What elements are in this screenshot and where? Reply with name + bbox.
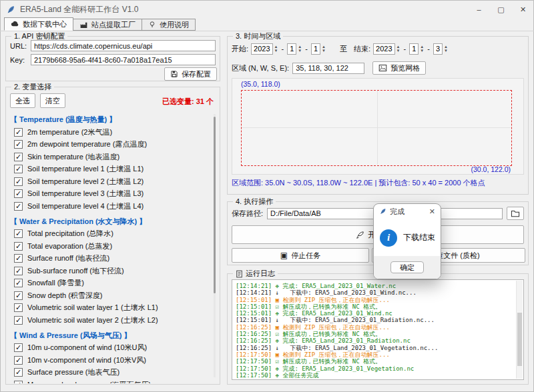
key-input[interactable] — [31, 54, 216, 65]
checkbox[interactable]: ✓ — [14, 128, 23, 137]
checkbox[interactable]: ✓ — [14, 153, 23, 161]
variable-group-header: 【 Water & Precipitation (水文与降水) 】 — [10, 215, 209, 228]
checkbox[interactable]: ✓ — [14, 140, 23, 149]
log-line: [12:16:25] ❉ 完成: ERA5_Land_2023_01_Radia… — [236, 337, 520, 344]
variable-checkbox-row[interactable]: ✓ 10m v-component of wind (10米V风) — [10, 354, 209, 367]
date-spinbox[interactable]: 1 ▲ ▼ — [311, 43, 326, 55]
spinbox-value[interactable]: 2023 — [251, 43, 272, 55]
log-scrollbar-track[interactable] — [516, 281, 523, 379]
variable-scrollbar-thumb[interactable] — [214, 117, 216, 293]
checkbox[interactable]: ✓ — [14, 177, 23, 186]
checkbox[interactable]: ✓ — [14, 254, 23, 263]
variable-group-header: 【 Temperature (温度与热量) 】 — [10, 113, 209, 126]
spin-down-icon[interactable]: ▼ — [298, 49, 302, 53]
variable-checkbox-row[interactable]: ✓ Surface runoff (地表径流) — [10, 253, 209, 265]
variable-checkbox-row[interactable]: ✓ Skin temperature (地表温度) — [10, 151, 209, 163]
variable-checkbox-row[interactable]: ✓ Surface pressure (地表气压) — [10, 367, 209, 379]
time-region-section: 3. 时间与区域 开始: 2023 ▲ ▼ - 1 ▲ ▼ - 1 ▲ ▼ 至 … — [227, 36, 529, 195]
map-top-left-coordinate: (35.0, 118.0) — [241, 80, 280, 88]
checkbox[interactable]: ✓ — [14, 202, 23, 211]
variable-checkbox-row[interactable]: ✓ 10m u-component of wind (10米U风) — [10, 342, 209, 355]
checkbox[interactable]: ✓ — [14, 267, 23, 275]
variable-label: 2m dewpoint temperature (露点温度) — [27, 139, 147, 149]
stop-icon: ▣ — [280, 251, 288, 259]
variable-label: 10m v-component of wind (10米V风) — [27, 355, 146, 365]
log-title: 运行日志 — [246, 269, 275, 279]
spinbox-value[interactable]: 1 — [311, 43, 320, 55]
save-path-label: 保存路径: — [232, 209, 263, 219]
browse-folder-button[interactable] — [507, 207, 524, 220]
variable-checkbox-row[interactable]: ✓ 2m dewpoint temperature (露点温度) — [10, 139, 209, 151]
variable-checkbox-row[interactable]: ✓ Snow depth (积雪深度) — [10, 289, 209, 302]
variable-checkbox-row[interactable]: ✓ Soil temperature level 3 (土壤温 L3) — [10, 188, 209, 201]
checkbox[interactable]: ✓ — [14, 303, 23, 312]
region-input[interactable] — [292, 63, 364, 74]
spin-down-icon[interactable]: ▼ — [396, 49, 400, 53]
select-all-button[interactable]: 全选 — [10, 93, 35, 108]
variable-checkbox-row[interactable]: ✓ Soil temperature level 1 (土壤温 L1) — [10, 163, 209, 176]
stop-task-button[interactable]: ▣ 停止任务 — [232, 248, 369, 263]
checkbox[interactable]: ✓ — [14, 165, 23, 173]
spinbox-value[interactable]: 3 — [433, 43, 443, 55]
date-spinbox[interactable]: 3 ▲ ▼ — [433, 43, 448, 55]
spin-down-icon[interactable]: ▼ — [444, 49, 448, 53]
date-spinbox[interactable]: 1 ▲ ▼ — [409, 43, 424, 55]
variable-checkbox-row[interactable]: ✓ Total precipitation (总降水) — [10, 228, 209, 241]
checkbox[interactable]: ✓ — [14, 381, 23, 383]
checkbox[interactable]: ✓ — [14, 291, 23, 300]
spin-down-icon[interactable]: ▼ — [322, 49, 326, 53]
date-spinbox[interactable]: 2023 ▲ ▼ — [251, 43, 278, 55]
variable-label: Volumetric soil water layer 2 (土壤水 L2) — [27, 315, 158, 325]
spinbox-value[interactable]: 1 — [287, 43, 296, 55]
date-spinbox[interactable]: 2023 ▲ ▼ — [373, 43, 400, 55]
minimize-button[interactable]: – — [468, 0, 490, 19]
checkbox[interactable]: ✓ — [14, 279, 23, 287]
spinbox-arrows: ▲ ▼ — [322, 45, 326, 53]
lightbulb-icon — [148, 21, 156, 29]
date-separator: - — [305, 45, 308, 53]
save-config-button[interactable]: 保存配置 — [164, 67, 217, 81]
date-spinbox[interactable]: 1 ▲ ▼ — [287, 43, 302, 55]
log-line: [12:16:25] ↓ 下载中: ERA5_Land_2023_01_Vege… — [236, 345, 520, 351]
dialog-footer: 确定 — [374, 256, 441, 279]
section-title: 3. 时间与区域 — [233, 31, 283, 41]
variable-checkbox-row[interactable]: ✓ Volumetric soil water layer 2 (土壤水 L2) — [10, 314, 209, 327]
variable-checkbox-row[interactable]: ✓ Soil temperature level 4 (土壤温 L4) — [10, 200, 209, 213]
app-window: ERA5-Land 全能科研工作台 V1.0 – ▢ ✕ 数据下载中心 站点提取… — [0, 0, 534, 392]
cloud-download-icon — [11, 20, 19, 28]
tab-data-download-center[interactable]: 数据下载中心 — [4, 17, 73, 31]
url-input[interactable] — [31, 40, 216, 51]
checkbox[interactable]: ✓ — [14, 229, 23, 238]
tab-label: 数据下载中心 — [23, 19, 67, 29]
log-output: [12:14:21] ❉ 完成: ERA5_Land_2023_01_Water… — [232, 279, 524, 380]
clear-button[interactable]: 清空 — [40, 93, 65, 108]
spinbox-value[interactable]: 2023 — [373, 43, 394, 55]
tab-help[interactable]: 使用说明 — [142, 19, 196, 31]
dialog-close-icon[interactable]: ✕ — [429, 207, 435, 216]
preview-grid-button[interactable]: 预览网格 — [372, 61, 426, 75]
log-scrollbar-thumb[interactable] — [517, 313, 522, 366]
variable-checkbox-row[interactable]: ✓ Soil temperature level 2 (土壤温 L2) — [10, 175, 209, 188]
checkbox[interactable]: ✓ — [14, 316, 23, 325]
variable-checkbox-row[interactable]: ✓ Volumetric soil water layer 1 (土壤水 L1) — [10, 302, 209, 315]
dialog-ok-button[interactable]: 确定 — [390, 261, 424, 273]
variable-checkbox-row[interactable]: ✓ Total evaporation (总蒸发) — [10, 240, 209, 253]
maximize-button[interactable]: ▢ — [490, 0, 512, 19]
checkbox[interactable]: ✓ — [14, 356, 23, 365]
checkbox[interactable]: ✓ — [14, 343, 23, 352]
variable-checkbox-row[interactable]: ✓ Sub-surface runoff (地下径流) — [10, 265, 209, 277]
spinbox-value[interactable]: 1 — [409, 43, 419, 55]
checkbox[interactable]: ✓ — [14, 242, 23, 251]
variable-checkbox-row[interactable]: ✓ Snowfall (降雪量) — [10, 277, 209, 290]
checkbox[interactable]: ✓ — [14, 189, 23, 198]
checkbox[interactable]: ✓ — [14, 368, 23, 377]
spin-down-icon[interactable]: ▼ — [420, 49, 424, 53]
variable-checkbox-row[interactable]: ✓ 2m temperature (2米气温) — [10, 126, 209, 139]
log-line: [12:17:50] ▣ 检测到 ZIP 压缩包，正在自动解压... — [236, 351, 520, 358]
spin-down-icon[interactable]: ▼ — [274, 49, 278, 53]
variable-label: Soil temperature level 1 (土壤温 L1) — [27, 164, 144, 174]
variable-checkbox-row[interactable]: ✓ Mean sea level pressure (海平面气压) — [10, 379, 209, 383]
variable-group-header: 【 Wind & Pressure (风场与气压) 】 — [10, 329, 209, 342]
tab-station-extract[interactable]: 站点提取工厂 — [73, 19, 142, 31]
close-button[interactable]: ✕ — [512, 0, 534, 19]
